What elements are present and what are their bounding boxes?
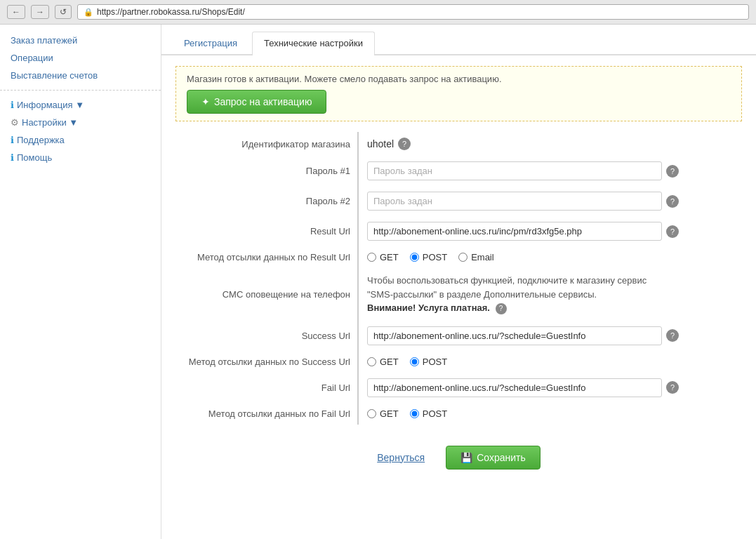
shop-id-row: Идентификатор магазина uhotel ? <box>175 132 742 156</box>
activate-button[interactable]: ✦ Запрос на активацию <box>187 90 326 114</box>
sidebar: Заказ платежей Операции Выставление счет… <box>0 25 161 539</box>
result-email-option[interactable]: Email <box>458 252 494 262</box>
result-email-label: Email <box>471 252 494 262</box>
result-post-option[interactable]: POST <box>410 252 447 262</box>
activate-button-label: Запрос на активацию <box>214 96 312 107</box>
success-url-input[interactable] <box>367 326 662 345</box>
fail-post-label: POST <box>423 408 447 419</box>
settings-form: Идентификатор магазина uhotel ? Пароль #… <box>175 132 742 425</box>
sms-row: СМС оповещение на телефон Чтобы воспольз… <box>175 268 742 321</box>
result-method-row: Метод отсылки данных по Result Url GET P… <box>175 246 742 268</box>
content-area: Магазин готов к активации. Можете смело … <box>161 55 756 494</box>
tabs: Регистрация Технические настройки <box>161 25 756 55</box>
password2-input[interactable] <box>367 192 662 211</box>
shop-id-help-icon[interactable]: ? <box>398 138 411 150</box>
result-url-row: Result Url ? <box>175 216 742 246</box>
result-post-radio[interactable] <box>410 253 419 262</box>
shop-id-label: Идентификатор магазина <box>175 132 358 156</box>
fail-url-row: Fail Url ? <box>175 373 742 403</box>
help-icon: ℹ <box>11 152 14 163</box>
fail-get-radio[interactable] <box>367 409 376 418</box>
main-content: Регистрация Технические настройки Магази… <box>161 25 756 539</box>
result-url-input[interactable] <box>367 222 662 241</box>
browser-bar: ← → ↺ 🔒 https://partner.robokassa.ru/Sho… <box>0 0 756 25</box>
success-post-option[interactable]: POST <box>410 357 447 367</box>
success-method-cell: GET POST <box>358 351 742 373</box>
save-button[interactable]: 💾 Сохранить <box>446 446 541 470</box>
success-url-help-icon[interactable]: ? <box>666 329 679 342</box>
tab-registration[interactable]: Регистрация <box>172 32 249 54</box>
fail-post-option[interactable]: POST <box>410 408 447 419</box>
result-get-radio[interactable] <box>367 253 376 262</box>
password2-field-group: ? <box>367 192 738 211</box>
password2-help-icon[interactable]: ? <box>666 195 679 208</box>
password1-row: Пароль #1 ? <box>175 156 742 186</box>
refresh-button[interactable]: ↺ <box>55 5 72 19</box>
password1-field-group: ? <box>367 161 738 180</box>
result-url-label: Result Url <box>175 216 358 246</box>
fail-method-label: Метод отсылки данных по Fail Url <box>175 403 358 425</box>
success-method-label: Метод отсылки данных по Success Url <box>175 351 358 373</box>
password1-input[interactable] <box>367 161 662 180</box>
fail-method-cell: GET POST <box>358 403 742 425</box>
fail-method-row: Метод отсылки данных по Fail Url GET POS… <box>175 403 742 425</box>
result-email-radio[interactable] <box>458 253 467 262</box>
save-button-label: Сохранить <box>477 452 526 463</box>
success-post-label: POST <box>423 357 447 367</box>
sidebar-item-invoices[interactable]: Выставление счетов <box>0 67 161 84</box>
password2-cell: ? <box>358 186 742 216</box>
sms-notice: Чтобы воспользоваться функцией, подключи… <box>367 274 662 315</box>
sidebar-item-info[interactable]: ℹ Информация ▼ <box>0 96 161 114</box>
success-get-option[interactable]: GET <box>367 357 399 367</box>
success-url-field-group: ? <box>367 326 738 345</box>
sms-label: СМС оповещение на телефон <box>175 268 358 321</box>
sidebar-item-support[interactable]: ℹ Поддержка <box>0 131 161 149</box>
success-url-label: Success Url <box>175 321 358 351</box>
sms-notice-attention: Внимание! Услуга платная. <box>367 302 490 313</box>
tab-technical-settings[interactable]: Технические настройки <box>252 32 375 55</box>
support-icon: ℹ <box>11 135 14 145</box>
back-link[interactable]: Вернуться <box>377 452 425 463</box>
lock-icon: 🔒 <box>84 8 93 17</box>
password1-help-icon[interactable]: ? <box>666 165 679 178</box>
password1-cell: ? <box>358 156 742 186</box>
success-get-label: GET <box>380 357 399 367</box>
sms-help-icon[interactable]: ? <box>496 303 507 314</box>
success-get-radio[interactable] <box>367 357 376 366</box>
sidebar-item-orders[interactable]: Заказ платежей <box>0 32 161 49</box>
success-method-row: Метод отсылки данных по Success Url GET … <box>175 351 742 373</box>
activate-icon: ✦ <box>201 96 210 107</box>
result-get-option[interactable]: GET <box>367 252 399 262</box>
url-text: https://partner.robokassa.ru/Shops/Edit/ <box>97 7 245 17</box>
fail-url-input[interactable] <box>367 378 662 397</box>
gear-icon: ⚙ <box>11 117 19 128</box>
success-method-radio-group: GET POST <box>367 357 738 367</box>
sidebar-item-settings[interactable]: ⚙ Настройки ▼ <box>0 114 161 131</box>
result-url-field-group: ? <box>367 222 738 241</box>
forward-button[interactable]: → <box>31 5 49 19</box>
result-get-label: GET <box>380 252 399 262</box>
success-post-radio[interactable] <box>410 357 419 366</box>
password2-label: Пароль #2 <box>175 186 358 216</box>
fail-get-option[interactable]: GET <box>367 408 399 419</box>
sidebar-item-help[interactable]: ℹ Помощь <box>0 149 161 166</box>
password2-row: Пароль #2 ? <box>175 186 742 216</box>
info-icon: ℹ <box>11 100 14 110</box>
result-method-radio-group: GET POST Email <box>367 252 738 262</box>
result-url-cell: ? <box>358 216 742 246</box>
sidebar-divider <box>0 90 161 91</box>
sidebar-item-operations[interactable]: Операции <box>0 49 161 67</box>
success-url-cell: ? <box>358 321 742 351</box>
fail-url-cell: ? <box>358 373 742 403</box>
shop-id-value: uhotel <box>367 138 394 149</box>
activation-notice: Магазин готов к активации. Можете смело … <box>175 66 742 121</box>
result-method-cell: GET POST Email <box>358 246 742 268</box>
result-url-help-icon[interactable]: ? <box>666 225 679 238</box>
fail-url-help-icon[interactable]: ? <box>666 381 679 394</box>
password1-label: Пароль #1 <box>175 156 358 186</box>
url-bar[interactable]: 🔒 https://partner.robokassa.ru/Shops/Edi… <box>77 4 749 20</box>
sms-notice-text: Чтобы воспользоваться функцией, подключи… <box>367 275 646 300</box>
fail-post-radio[interactable] <box>410 409 419 418</box>
app-layout: Заказ платежей Операции Выставление счет… <box>0 25 756 539</box>
back-button[interactable]: ← <box>7 5 25 19</box>
